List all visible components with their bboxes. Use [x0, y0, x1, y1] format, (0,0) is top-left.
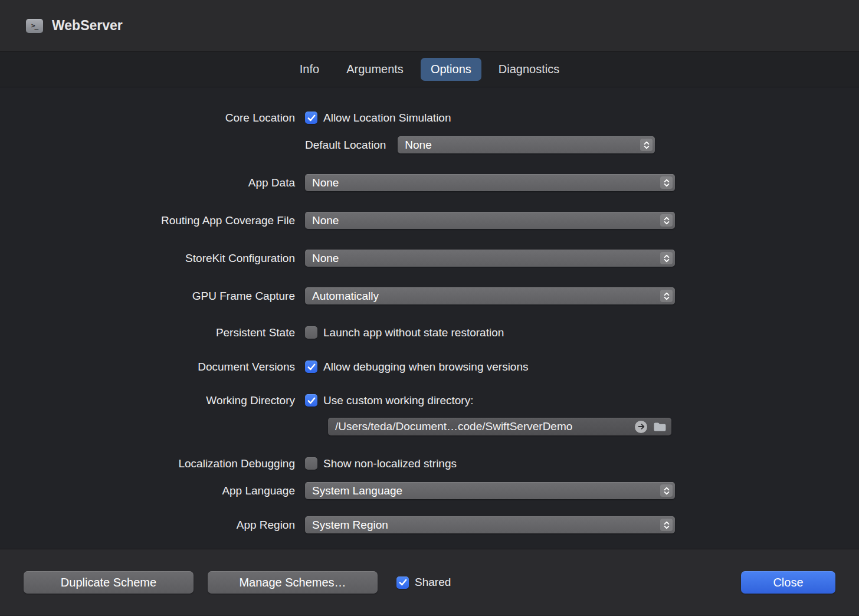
titlebar: >_ WebServer [0, 0, 859, 52]
tab-options[interactable]: Options [421, 58, 481, 81]
working-directory-row: Working Directory Use custom working dir… [0, 392, 859, 409]
localization-debugging-label: Localization Debugging [0, 457, 295, 470]
document-versions-row: Document Versions Allow debugging when b… [0, 358, 859, 375]
show-non-localized-strings-label[interactable]: Show non-localized strings [323, 457, 457, 470]
show-non-localized-strings-checkbox[interactable] [305, 457, 317, 470]
popup-value: None [312, 176, 660, 189]
allow-debugging-browsing-versions-checkbox[interactable] [305, 361, 317, 373]
launch-without-state-restoration-label[interactable]: Launch app without state restoration [323, 326, 504, 339]
localization-debugging-row: Localization Debugging Show non-localize… [0, 455, 859, 472]
app-region-row: App Region System Region [0, 516, 859, 533]
document-versions-label: Document Versions [0, 361, 295, 373]
storekit-configuration-row: StoreKit Configuration None [0, 250, 859, 267]
scheme-title: WebServer [52, 18, 123, 34]
chevron-up-down-icon [640, 139, 653, 151]
tab-info[interactable]: Info [290, 58, 329, 81]
routing-app-coverage-popup[interactable]: None [305, 212, 675, 229]
shared-label[interactable]: Shared [415, 576, 451, 589]
app-language-row: App Language System Language [0, 482, 859, 499]
choose-folder-icon[interactable] [653, 421, 667, 432]
persistent-state-row: Persistent State Launch app without stat… [0, 324, 859, 341]
storekit-configuration-popup[interactable]: None [305, 250, 675, 267]
chevron-up-down-icon [660, 176, 673, 189]
working-directory-path-field[interactable]: /Users/teda/Document…code/SwiftServerDem… [328, 418, 671, 435]
default-location-popup[interactable]: None [398, 136, 655, 153]
default-location-label: Default Location [305, 139, 386, 152]
tab-diagnostics[interactable]: Diagnostics [488, 58, 569, 81]
chevron-up-down-icon [660, 519, 673, 531]
use-custom-working-directory-label[interactable]: Use custom working directory: [323, 394, 473, 407]
popup-value: None [312, 214, 660, 227]
core-location-label: Core Location [0, 112, 295, 124]
popup-value: None [312, 252, 660, 265]
allow-debugging-browsing-versions-label[interactable]: Allow debugging when browsing versions [323, 361, 528, 373]
shared-checkbox-group: Shared [396, 576, 451, 589]
app-data-row: App Data None [0, 174, 859, 191]
chevron-up-down-icon [660, 290, 673, 302]
app-region-popup[interactable]: System Region [305, 516, 675, 533]
shared-checkbox[interactable] [396, 576, 409, 589]
tab-arguments[interactable]: Arguments [336, 58, 414, 81]
chevron-up-down-icon [660, 484, 673, 497]
footer-bar: Duplicate Scheme Manage Schemes… Shared … [0, 549, 859, 615]
working-directory-path: /Users/teda/Document…code/SwiftServerDem… [335, 420, 629, 433]
working-directory-label: Working Directory [0, 394, 295, 407]
app-data-label: App Data [0, 176, 295, 189]
popup-value: System Region [312, 519, 660, 532]
storekit-configuration-label: StoreKit Configuration [0, 252, 295, 265]
app-language-popup[interactable]: System Language [305, 482, 675, 499]
popup-value: None [405, 139, 640, 152]
manage-schemes-button[interactable]: Manage Schemes… [208, 571, 378, 594]
popup-value: System Language [312, 484, 660, 497]
chevron-up-down-icon [660, 252, 673, 264]
allow-location-simulation-label[interactable]: Allow Location Simulation [323, 112, 451, 124]
terminal-glyph: >_ [31, 22, 38, 29]
close-button[interactable]: Close [741, 571, 835, 594]
terminal-icon: >_ [26, 19, 43, 33]
popup-value: Automatically [312, 290, 660, 303]
app-region-label: App Region [0, 519, 295, 532]
checkmark-icon [307, 363, 316, 371]
working-directory-path-row: /Users/teda/Document…code/SwiftServerDem… [0, 418, 859, 435]
use-custom-working-directory-checkbox[interactable] [305, 394, 317, 407]
default-location-row: Default Location None [0, 136, 859, 153]
app-language-label: App Language [0, 484, 295, 497]
tab-bar: Info Arguments Options Diagnostics [0, 52, 859, 87]
checkmark-icon [399, 579, 407, 586]
persistent-state-label: Persistent State [0, 326, 295, 339]
gpu-frame-capture-label: GPU Frame Capture [0, 290, 295, 303]
options-panel: Core Location Allow Location Simulation … [0, 87, 859, 549]
reveal-arrow-icon[interactable] [635, 421, 647, 433]
chevron-up-down-icon [660, 214, 673, 227]
app-data-popup[interactable]: None [305, 174, 675, 191]
routing-app-coverage-label: Routing App Coverage File [0, 214, 295, 227]
core-location-row: Core Location Allow Location Simulation [0, 109, 859, 126]
gpu-frame-capture-row: GPU Frame Capture Automatically [0, 287, 859, 304]
routing-app-coverage-row: Routing App Coverage File None [0, 212, 859, 229]
checkmark-icon [307, 114, 316, 122]
checkmark-icon [307, 397, 316, 404]
gpu-frame-capture-popup[interactable]: Automatically [305, 287, 675, 304]
launch-without-state-restoration-checkbox[interactable] [305, 326, 317, 339]
allow-location-simulation-checkbox[interactable] [305, 112, 317, 124]
duplicate-scheme-button[interactable]: Duplicate Scheme [24, 571, 194, 594]
